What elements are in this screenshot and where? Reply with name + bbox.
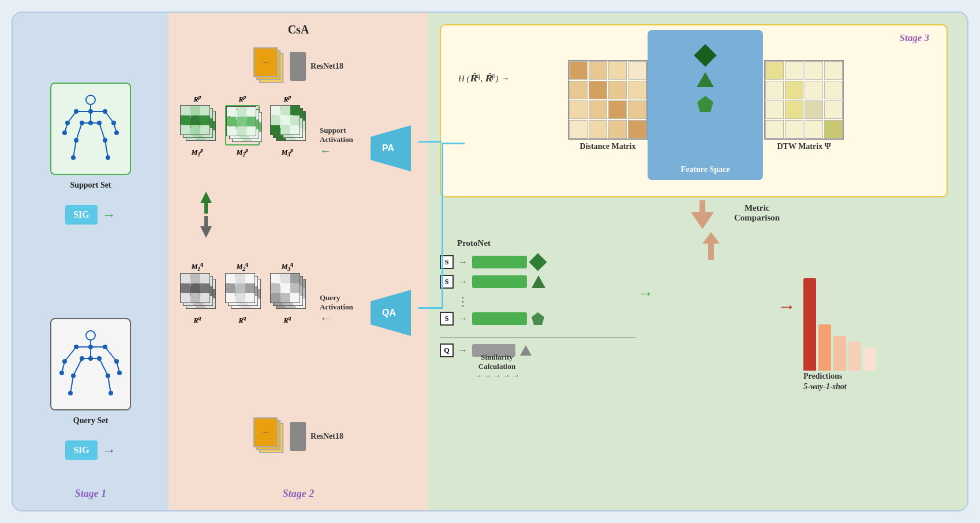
query-class-item: Q → <box>440 337 636 357</box>
svg-line-34 <box>73 358 82 376</box>
fs-diamond <box>694 44 717 67</box>
support-skeleton-svg <box>59 91 122 166</box>
query-triangle-icon <box>520 345 532 356</box>
svg-point-46 <box>80 356 84 361</box>
class-item-1: S → <box>440 255 636 269</box>
protonet-label-container: ProtoNet <box>457 238 491 248</box>
class-item-2: S → <box>440 275 636 289</box>
feature-space-box: Feature Space <box>648 30 763 180</box>
svg-line-10 <box>99 123 105 140</box>
mp1-label: M1p <box>192 147 204 158</box>
svg-rect-61 <box>700 200 705 213</box>
mp2-label: M2p <box>237 147 249 158</box>
svg-point-45 <box>88 356 93 361</box>
svg-line-11 <box>105 140 108 158</box>
mp3-label: M3p <box>282 147 294 158</box>
metric-comparison-container: Metric Comparison <box>734 203 780 223</box>
svg-point-49 <box>106 373 110 378</box>
qa-connector <box>418 307 442 309</box>
h-func-label: H (R̂q, R̂p) → <box>458 74 509 83</box>
bar-5 <box>863 348 876 371</box>
query-set-label: Query Set <box>73 416 108 425</box>
svg-point-42 <box>114 359 119 364</box>
distance-matrix-label: Distance Matrix <box>580 142 636 151</box>
query-resnet-label: ResNet18 <box>311 432 343 441</box>
svg-point-43 <box>59 371 64 375</box>
main-container: Support Set SIG → <box>12 12 968 511</box>
class-bar-3 <box>472 312 527 325</box>
activation-arrow: ← <box>320 144 331 158</box>
svg-line-37 <box>108 376 111 393</box>
support-arrow-right: → <box>102 207 116 223</box>
rq3-label: Rq <box>283 315 291 325</box>
svg-text:PA: PA <box>382 143 394 153</box>
svg-point-18 <box>114 130 119 135</box>
fiveshot-label: 5-way-1-shot <box>803 382 847 391</box>
svg-line-36 <box>99 358 108 376</box>
diamond-icon-1 <box>529 253 547 271</box>
svg-rect-57 <box>204 202 208 214</box>
arrow-2: → <box>458 277 467 287</box>
support-resnet-label: ResNet18 <box>311 62 343 71</box>
pa-connector <box>418 141 442 143</box>
rp1-label: Rp <box>193 94 201 104</box>
svg-text:QA: QA <box>382 308 396 317</box>
mq1-label: M1q <box>192 261 204 272</box>
support-activation-label: Support <box>320 126 346 135</box>
predictions-label: Predictions <box>803 372 842 380</box>
support-resnet-layers: ··· <box>253 47 285 85</box>
svg-point-24 <box>71 155 76 160</box>
class-bar-2 <box>472 275 527 288</box>
metric-comparison-label: Metric <box>734 203 780 213</box>
svg-point-13 <box>74 109 78 114</box>
bar-3 <box>833 336 846 371</box>
query-resnet-layers: ··· <box>253 417 285 455</box>
svg-point-19 <box>88 121 93 125</box>
triangle-icon <box>532 275 545 288</box>
svg-point-50 <box>68 391 73 395</box>
svg-point-38 <box>88 345 93 349</box>
csa-label: CsA <box>288 23 309 36</box>
query-activation-label: Query <box>320 293 340 302</box>
rq2-label: Rq <box>238 315 246 325</box>
fs-pentagon <box>697 96 713 112</box>
pentagon-icon <box>532 312 544 325</box>
svg-point-26 <box>86 331 95 340</box>
query-skeleton-svg <box>59 327 122 402</box>
stage2-label: Stage 2 <box>283 488 315 500</box>
svg-point-25 <box>106 155 110 160</box>
support-set-label: Support Set <box>70 181 111 190</box>
stage1-area: Support Set SIG → <box>13 13 169 511</box>
rq1-label: Rq <box>193 315 201 325</box>
query-set-box <box>50 318 131 410</box>
svg-marker-59 <box>200 226 212 238</box>
stage3-area: DTW Stage 3 H (R̂q, R̂p) → <box>428 13 968 511</box>
svg-line-8 <box>76 123 82 140</box>
svg-point-15 <box>65 121 70 125</box>
svg-line-9 <box>73 140 76 158</box>
protonet-label: ProtoNet <box>457 238 491 248</box>
class-list-container: S → S → ⋮ S → → <box>440 255 636 363</box>
class-dots: ⋮ <box>457 294 636 308</box>
support-resnet-bar <box>290 52 306 81</box>
svg-line-35 <box>70 376 73 393</box>
svg-point-44 <box>117 371 122 375</box>
to-feature-arrow: → <box>637 284 653 302</box>
stage2-area: CsA Stage 2 ··· ResNet18 Rp <box>169 13 428 511</box>
bar-4 <box>848 342 861 371</box>
similarity-calc-label: Similarity <box>474 353 519 362</box>
query-arrow-right: → <box>102 443 116 458</box>
fs-triangle <box>697 72 714 87</box>
query-resnet-bar <box>290 422 306 451</box>
dtw-down-arrow <box>688 200 717 229</box>
svg-line-31 <box>105 347 117 361</box>
feature-up-arrow-container <box>700 232 723 261</box>
svg-point-21 <box>97 121 102 125</box>
mq2-label: M2q <box>237 261 249 272</box>
svg-marker-60 <box>691 212 714 229</box>
svg-point-40 <box>103 345 107 349</box>
predictions-container: Predictions 5-way-1-shot <box>803 255 876 391</box>
mq3-label: M3q <box>282 261 294 272</box>
support-set-box <box>50 83 131 175</box>
dtw-matrix-label: DTW Matrix Ψ <box>777 142 831 151</box>
